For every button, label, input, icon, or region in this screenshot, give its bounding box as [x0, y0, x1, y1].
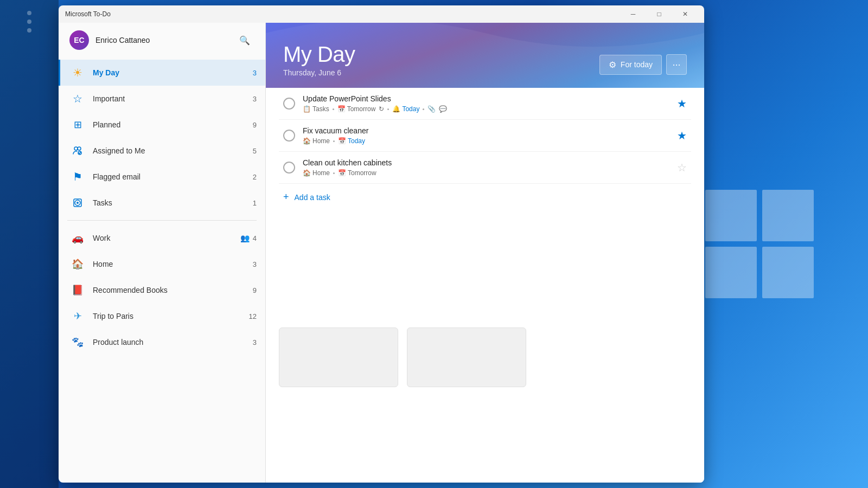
app-window: Microsoft To-Do ─ □ ✕ EC Enrico Cattaneo…: [59, 5, 704, 483]
win-logo-q3: [705, 247, 757, 298]
svg-point-0: [74, 147, 78, 150]
suggestion-area: [279, 319, 691, 396]
add-task-area: + Add a task: [279, 184, 691, 210]
task-checkbox-3[interactable]: [283, 162, 295, 174]
search-button[interactable]: 🔍: [235, 30, 254, 50]
task-star-1[interactable]: ★: [677, 97, 687, 110]
header-actions: ⚙ For today ···: [599, 54, 687, 77]
recommended-books-icon: 📕: [69, 281, 86, 299]
sidebar-item-count-recommended-books: 9: [253, 286, 257, 294]
sidebar-item-recommended-books[interactable]: 📕 Recommended Books 9: [59, 277, 265, 303]
my-day-icon: ☀: [69, 64, 86, 81]
close-button[interactable]: ✕: [673, 5, 698, 23]
meta-dot-4: [333, 140, 335, 142]
meta-dot-3: [423, 108, 424, 110]
sidebar-item-count-tasks: 1: [253, 199, 257, 207]
maximize-button[interactable]: □: [647, 5, 672, 23]
task-meta-3: 🏠 Home 📅 Tomorrow: [303, 169, 669, 177]
task-list-icon-3: 🏠: [303, 169, 311, 177]
add-task-icon: +: [283, 191, 289, 203]
task-due-icon-3: 📅: [338, 169, 346, 177]
svg-point-4: [76, 202, 79, 204]
suggestion-card-1[interactable]: [279, 328, 398, 387]
add-task-label: Add a task: [295, 193, 330, 202]
sidebar-item-label-tasks: Tasks: [93, 198, 253, 207]
tasks-icon: [69, 194, 86, 211]
suggestion-card-2[interactable]: [407, 328, 526, 387]
sidebar-item-flagged[interactable]: ⚑ Flagged email 2: [59, 164, 265, 190]
sidebar-nav: ☀ My Day 3 ☆ Important 3 ⊞ Planned 9: [59, 57, 265, 483]
left-strip: [0, 0, 59, 488]
trip-to-paris-icon: ✈: [69, 307, 86, 325]
task-checkbox-2[interactable]: [283, 130, 295, 142]
page-title: My Day: [283, 42, 355, 66]
sidebar: EC Enrico Cattaneo 🔍 ☀ My Day 3 ☆: [59, 23, 266, 483]
sidebar-item-count-assigned: 5: [253, 147, 257, 155]
avatar[interactable]: EC: [69, 30, 89, 50]
task-list-icon-2: 🏠: [303, 137, 311, 145]
sidebar-item-label-my-day: My Day: [93, 68, 253, 77]
task-meta-list-3: 🏠 Home: [303, 169, 330, 177]
sidebar-item-trip-to-paris[interactable]: ✈ Trip to Paris 12: [59, 303, 265, 329]
minimize-button[interactable]: ─: [621, 5, 646, 23]
task-meta-due-1: 📅 Tomorrow: [337, 105, 376, 113]
task-star-3[interactable]: ☆: [677, 161, 687, 174]
title-bar: Microsoft To-Do ─ □ ✕: [59, 5, 704, 23]
sidebar-item-count-trip-to-paris: 12: [249, 312, 257, 320]
task-checkbox-1[interactable]: [283, 98, 295, 110]
task-meta-due-2: 📅 Today: [338, 137, 365, 145]
sidebar-item-label-planned: Planned: [93, 120, 253, 129]
svg-point-1: [78, 147, 81, 150]
for-today-button[interactable]: ⚙ For today: [599, 55, 662, 75]
for-today-label: For today: [621, 60, 653, 69]
sidebar-item-product-launch[interactable]: 🐾 Product launch 3: [59, 329, 265, 355]
sidebar-item-my-day[interactable]: ☀ My Day 3: [59, 60, 265, 86]
task-note-icon-1: 💬: [439, 105, 447, 113]
user-name: Enrico Cattaneo: [95, 36, 150, 44]
sidebar-item-assigned[interactable]: Assigned to Me 5: [59, 138, 265, 164]
task-title-3: Clean out kitchen cabinets: [303, 158, 669, 167]
table-row[interactable]: Clean out kitchen cabinets 🏠 Home 📅 Tomo…: [279, 152, 691, 184]
home-list-icon: 🏠: [69, 255, 86, 273]
table-row[interactable]: Update PowerPoint Slides 📋 Tasks 📅 Tomor…: [279, 88, 691, 120]
sidebar-item-label-flagged: Flagged email: [93, 172, 253, 181]
strip-dot-3: [27, 28, 31, 33]
task-meta-1: 📋 Tasks 📅 Tomorrow ↻: [303, 105, 669, 113]
sidebar-item-count-planned: 9: [253, 121, 257, 129]
planned-icon: ⊞: [69, 116, 86, 133]
sidebar-item-label-assigned: Assigned to Me: [93, 146, 253, 155]
meta-dot-2: [387, 108, 389, 110]
app-body: EC Enrico Cattaneo 🔍 ☀ My Day 3 ☆: [59, 23, 704, 483]
header-title-section: My Day Thursday, June 6: [283, 42, 355, 77]
task-repeat-icon-1: ↻: [379, 105, 384, 113]
sidebar-item-planned[interactable]: ⊞ Planned 9: [59, 112, 265, 138]
more-options-button[interactable]: ···: [666, 54, 687, 75]
win-logo-q1: [705, 190, 757, 241]
sidebar-header: EC Enrico Cattaneo 🔍: [59, 23, 265, 57]
task-star-2[interactable]: ★: [677, 129, 687, 142]
task-meta-repeat-1: ↻: [379, 105, 384, 113]
sidebar-item-work[interactable]: 🚗 Work 👥 4: [59, 225, 265, 251]
table-row[interactable]: Fix vacuum cleaner 🏠 Home 📅 Today: [279, 120, 691, 152]
sidebar-item-label-home: Home: [93, 260, 253, 268]
search-icon: 🔍: [239, 35, 250, 46]
product-launch-icon: 🐾: [69, 333, 86, 351]
page-subtitle: Thursday, June 6: [283, 68, 355, 77]
sidebar-item-tasks[interactable]: Tasks 1: [59, 190, 265, 216]
task-title-2: Fix vacuum cleaner: [303, 126, 669, 135]
task-list-icon-1: 📋: [303, 105, 311, 113]
app-title: Microsoft To-Do: [65, 10, 111, 18]
task-list: Update PowerPoint Slides 📋 Tasks 📅 Tomor…: [266, 88, 704, 483]
task-info-3: Clean out kitchen cabinets 🏠 Home 📅 Tomo…: [303, 158, 669, 177]
task-info-1: Update PowerPoint Slides 📋 Tasks 📅 Tomor…: [303, 94, 669, 113]
task-meta-list-2: 🏠 Home: [303, 137, 330, 145]
add-task-button[interactable]: + Add a task: [279, 184, 691, 210]
more-dots-icon: ···: [672, 59, 680, 70]
sidebar-item-home[interactable]: 🏠 Home 3: [59, 251, 265, 277]
window-controls: ─ □ ✕: [621, 5, 698, 23]
sidebar-item-count-my-day: 3: [253, 69, 257, 77]
work-icon: 🚗: [69, 229, 86, 247]
sidebar-item-label-product-launch: Product launch: [93, 338, 253, 346]
sidebar-item-important[interactable]: ☆ Important 3: [59, 86, 265, 112]
task-info-2: Fix vacuum cleaner 🏠 Home 📅 Today: [303, 126, 669, 145]
